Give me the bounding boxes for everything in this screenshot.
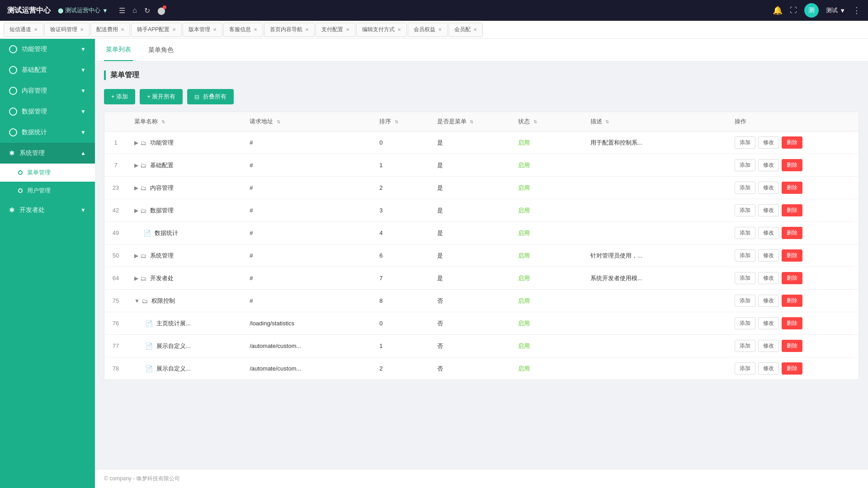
tab-close-icon[interactable]: ✕ bbox=[34, 27, 38, 32]
edit-row-button[interactable]: 修改 bbox=[758, 317, 779, 329]
home-icon[interactable]: ⌂ bbox=[132, 6, 137, 14]
delete-row-button[interactable]: 删除 bbox=[782, 295, 802, 307]
tab-close-icon[interactable]: ✕ bbox=[213, 27, 217, 32]
row-num: 50 bbox=[104, 244, 127, 267]
add-row-button[interactable]: 添加 bbox=[735, 317, 755, 329]
col-desc[interactable]: 描述 ⇅ bbox=[583, 112, 727, 131]
tab-label: 会员权益 bbox=[414, 26, 435, 33]
sidebar-item-content[interactable]: 内容管理 ▼ bbox=[0, 80, 95, 101]
notification-dot-icon[interactable]: ⬤ bbox=[157, 6, 165, 15]
nav-breadcrumb[interactable]: ⬤ 测试运营中心 ▼ bbox=[58, 6, 108, 14]
expand-all-button[interactable]: + 展开所有 bbox=[140, 89, 183, 104]
tab-2[interactable]: 配送费用✕ bbox=[90, 23, 130, 37]
sidebar-subitem-menu-mgmt[interactable]: 菜单管理 bbox=[0, 164, 95, 182]
delete-row-button[interactable]: 删除 bbox=[782, 227, 802, 239]
sidebar-item-data[interactable]: 数据管理 ▼ bbox=[0, 101, 95, 122]
delete-row-button[interactable]: 删除 bbox=[782, 317, 802, 329]
col-status[interactable]: 状态 ⇅ bbox=[511, 112, 583, 131]
tab-3[interactable]: 骑手APP配置✕ bbox=[131, 23, 182, 37]
add-row-button[interactable]: 添加 bbox=[735, 272, 755, 284]
delete-row-button[interactable]: 删除 bbox=[782, 182, 802, 194]
edit-row-button[interactable]: 修改 bbox=[758, 362, 779, 375]
delete-row-button[interactable]: 删除 bbox=[782, 249, 802, 262]
brand-title: 测试运营中心 bbox=[7, 6, 51, 15]
tab-4[interactable]: 版本管理✕ bbox=[183, 23, 222, 37]
sidebar-item-stats[interactable]: 数据统计 ▼ bbox=[0, 122, 95, 143]
edit-row-button[interactable]: 修改 bbox=[758, 182, 779, 194]
edit-row-button[interactable]: 修改 bbox=[758, 272, 779, 284]
user-menu[interactable]: 测试 ▼ bbox=[826, 6, 845, 14]
sidebar-item-func[interactable]: 功能管理 ▼ bbox=[0, 39, 95, 60]
bell-icon[interactable]: 🔔 bbox=[773, 5, 783, 15]
collapse-all-button[interactable]: ⊟ 折叠所有 bbox=[187, 89, 234, 104]
circle-icon bbox=[9, 66, 17, 74]
expand-right-icon[interactable]: ▶ bbox=[134, 185, 138, 191]
sec-nav-menu-list[interactable]: 菜单列表 bbox=[104, 39, 133, 61]
delete-row-button[interactable]: 删除 bbox=[782, 204, 802, 216]
tab-close-icon[interactable]: ✕ bbox=[172, 27, 176, 32]
expand-right-icon[interactable]: ▶ bbox=[134, 207, 138, 214]
tab-close-icon[interactable]: ✕ bbox=[473, 27, 477, 32]
tab-close-icon[interactable]: ✕ bbox=[80, 27, 84, 32]
edit-row-button[interactable]: 修改 bbox=[758, 249, 779, 262]
tab-close-icon[interactable]: ✕ bbox=[346, 27, 349, 32]
edit-row-button[interactable]: 修改 bbox=[758, 227, 779, 239]
sidebar-item-system[interactable]: ✱ 系统管理 ▲ bbox=[0, 143, 95, 164]
add-row-button[interactable]: 添加 bbox=[735, 182, 755, 194]
col-ismenu[interactable]: 是否是菜单 ⇅ bbox=[430, 112, 511, 131]
add-row-button[interactable]: 添加 bbox=[735, 295, 755, 307]
tab-close-icon[interactable]: ✕ bbox=[305, 27, 309, 32]
delete-row-button[interactable]: 删除 bbox=[782, 340, 802, 352]
expand-right-icon[interactable]: ▶ bbox=[134, 140, 138, 146]
edit-row-button[interactable]: 修改 bbox=[758, 340, 779, 352]
tab-close-icon[interactable]: ✕ bbox=[438, 27, 442, 32]
expand-right-icon[interactable]: ▶ bbox=[134, 253, 138, 259]
delete-row-button[interactable]: 删除 bbox=[782, 362, 802, 375]
circle-icon bbox=[9, 45, 17, 53]
col-order[interactable]: 排序 ⇅ bbox=[372, 112, 430, 131]
edit-row-button[interactable]: 修改 bbox=[758, 136, 779, 149]
tab-close-icon[interactable]: ✕ bbox=[397, 27, 401, 32]
sidebar-item-developer[interactable]: ✱ 开发者处 ▼ bbox=[0, 200, 95, 221]
tab-7[interactable]: 支付配置✕ bbox=[316, 23, 355, 37]
tab-0[interactable]: 短信通道✕ bbox=[4, 23, 43, 37]
row-actions: 添加 修改 删除 bbox=[727, 154, 859, 177]
tab-8[interactable]: 编辑支付方式✕ bbox=[356, 23, 407, 37]
tab-5[interactable]: 客服信息✕ bbox=[223, 23, 263, 37]
tab-10[interactable]: 会员配✕ bbox=[448, 23, 483, 37]
tab-close-icon[interactable]: ✕ bbox=[254, 27, 257, 32]
sec-nav-menu-role[interactable]: 菜单角色 bbox=[146, 39, 175, 61]
delete-row-button[interactable]: 删除 bbox=[782, 272, 802, 284]
row-ismenu: 否 bbox=[430, 312, 511, 335]
fullscreen-icon[interactable]: ⛶ bbox=[790, 6, 797, 14]
sidebar-subitem-user-mgmt[interactable]: 用户管理 bbox=[0, 182, 95, 200]
menu-icon[interactable]: ☰ bbox=[119, 6, 125, 15]
add-button[interactable]: + 添加 bbox=[104, 89, 135, 104]
expand-right-icon[interactable]: ▶ bbox=[134, 162, 138, 169]
expand-right-icon[interactable]: ▶ bbox=[134, 275, 138, 282]
col-url[interactable]: 请求地址 ⇅ bbox=[242, 112, 372, 131]
col-name[interactable]: 菜单名称 ⇅ bbox=[127, 112, 242, 131]
delete-row-button[interactable]: 删除 bbox=[782, 136, 802, 149]
tab-1[interactable]: 验证码管理✕ bbox=[44, 23, 90, 37]
expand-down-icon[interactable]: ▼ bbox=[134, 298, 140, 304]
avatar[interactable]: 测 bbox=[804, 3, 819, 18]
add-row-button[interactable]: 添加 bbox=[735, 136, 755, 149]
add-row-button[interactable]: 添加 bbox=[735, 227, 755, 239]
edit-row-button[interactable]: 修改 bbox=[758, 159, 779, 171]
table-row: 7▶🗂基础配置#1是启用 添加 修改 删除 bbox=[104, 154, 859, 177]
edit-row-button[interactable]: 修改 bbox=[758, 295, 779, 307]
delete-row-button[interactable]: 删除 bbox=[782, 159, 802, 171]
edit-row-button[interactable]: 修改 bbox=[758, 204, 779, 216]
add-row-button[interactable]: 添加 bbox=[735, 340, 755, 352]
refresh-icon[interactable]: ↻ bbox=[144, 6, 150, 15]
add-row-button[interactable]: 添加 bbox=[735, 159, 755, 171]
sidebar-item-basic[interactable]: 基础配置 ▼ bbox=[0, 60, 95, 80]
add-row-button[interactable]: 添加 bbox=[735, 249, 755, 262]
tab-9[interactable]: 会员权益✕ bbox=[408, 23, 448, 37]
tab-6[interactable]: 首页内容导航✕ bbox=[264, 23, 315, 37]
add-row-button[interactable]: 添加 bbox=[735, 362, 755, 375]
tab-close-icon[interactable]: ✕ bbox=[121, 27, 124, 32]
add-row-button[interactable]: 添加 bbox=[735, 204, 755, 216]
more-icon[interactable]: ⋮ bbox=[853, 5, 861, 15]
